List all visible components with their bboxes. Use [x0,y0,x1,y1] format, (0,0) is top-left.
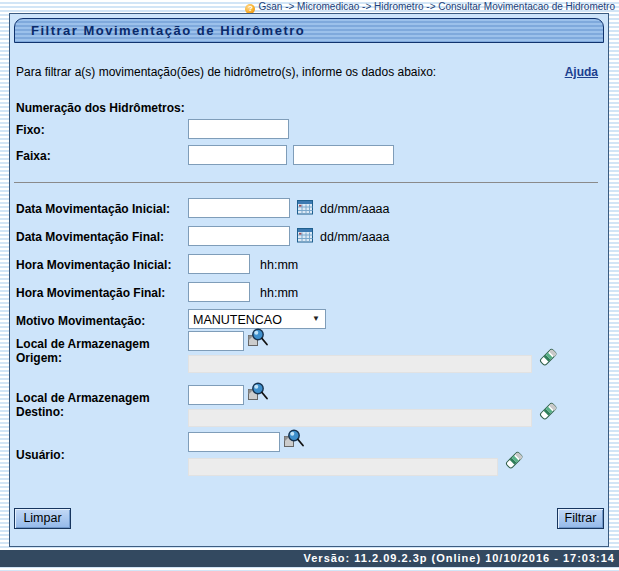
search-icon[interactable] [247,327,269,349]
breadcrumb-trail: Gsan -> Micromedicao -> Hidrometro -> Co… [258,1,615,12]
fixo-input[interactable] [188,119,289,139]
filter-panel: Filtrar Movimentação de Hidrômetro Para … [9,13,609,547]
destino-label-line2: Destino: [16,405,64,419]
usuario-code-input[interactable] [188,432,280,452]
breadcrumb: ?Gsan -> Micromedicao -> Hidrometro -> C… [245,0,615,13]
destino-code-input[interactable] [188,385,244,405]
origem-label-line2: Origem: [16,351,62,365]
data-inicial-input[interactable] [188,198,290,218]
page-title: Filtrar Movimentação de Hidrômetro [14,18,604,43]
origem-label-line1: Local de Armazenagem [16,337,150,351]
hora-final-hint: hh:mm [260,286,298,300]
eraser-icon[interactable] [537,346,559,368]
data-inicial-label: Data Movimentação Inicial: [16,202,170,216]
search-icon[interactable] [247,381,269,403]
destino-label-line1: Local de Armazenagem [16,391,150,405]
chevron-down-icon: ▼ [312,315,320,323]
data-inicial-hint: dd/mm/aaaa [320,202,389,216]
eraser-icon[interactable] [537,400,559,422]
filtrar-button[interactable]: Filtrar [557,508,604,529]
faixa-label: Faixa: [16,149,51,163]
data-final-input[interactable] [188,226,290,246]
hora-final-input[interactable] [188,282,250,302]
fixo-label: Fixo: [16,123,45,137]
destino-description-field [188,409,532,427]
calendar-icon[interactable] [297,199,314,215]
hora-final-label: Hora Movimentação Final: [16,286,165,300]
motivo-select[interactable]: MANUTENCAO ▼ [188,309,326,329]
origem-description-field [188,355,532,373]
intro-text: Para filtrar a(s) movimentação(ões) de h… [16,65,436,79]
hora-inicial-hint: hh:mm [260,258,298,272]
origem-code-input[interactable] [188,331,244,351]
section-label-numeracao: Numeração dos Hidrômetros: [16,101,185,115]
section-divider [14,182,598,183]
data-final-hint: dd/mm/aaaa [320,230,389,244]
faixa-end-input[interactable] [293,145,394,165]
limpar-button[interactable]: Limpar [14,508,71,529]
usuario-description-field [188,458,498,476]
faixa-start-input[interactable] [188,145,287,165]
data-final-label: Data Movimentação Final: [16,230,164,244]
help-link[interactable]: Ajuda [565,65,598,79]
eraser-icon[interactable] [503,449,525,471]
search-icon[interactable] [283,428,305,450]
hora-inicial-label: Hora Movimentação Inicial: [16,258,171,272]
usuario-label: Usuário: [16,448,65,462]
version-bar: Versão: 11.2.09.2.3p (Online) 10/10/2016… [0,550,619,567]
motivo-label: Motivo Movimentação: [16,314,145,328]
calendar-icon[interactable] [297,227,314,243]
hora-inicial-input[interactable] [188,254,250,274]
